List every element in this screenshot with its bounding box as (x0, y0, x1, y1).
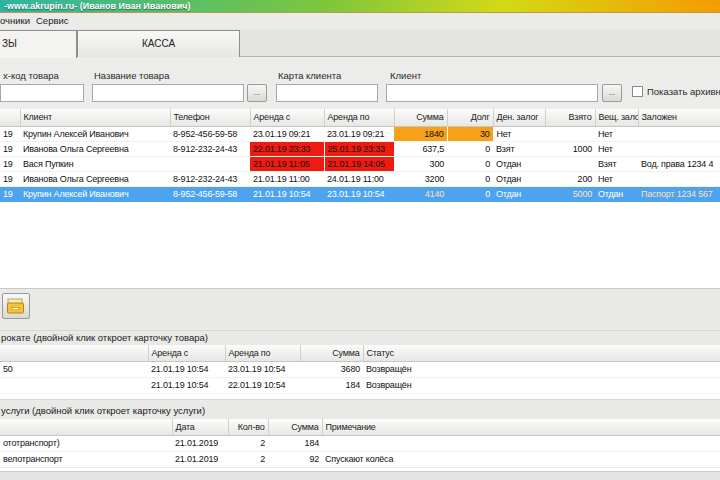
cell (322, 435, 720, 451)
return-item-button[interactable] (2, 293, 30, 319)
cell (545, 126, 595, 141)
menu-item-spravochniki[interactable]: очники (0, 15, 30, 26)
contracts-table-area: КлиентТелефонАренда сАренда поСуммаДолгД… (0, 109, 720, 288)
column-header[interactable]: Заложен (638, 109, 720, 126)
cell: Отдан (493, 156, 545, 171)
cell: Возвращён (363, 361, 720, 377)
column-header[interactable]: Дата (172, 419, 228, 435)
cell: 3680 (300, 361, 363, 377)
cell: 21.01.19 10:54 (148, 377, 225, 393)
column-header[interactable] (0, 419, 172, 435)
column-header[interactable]: Клиент (20, 109, 170, 126)
barcode-filter-input[interactable] (0, 84, 84, 102)
table-row[interactable]: 5021.01.19 10:5423.01.19 10:543680Возвра… (0, 361, 720, 377)
cell: 2 (228, 451, 268, 467)
column-header[interactable]: Сумма (300, 345, 363, 361)
product-filter-input[interactable] (92, 84, 244, 102)
cell: 1000 (545, 141, 595, 156)
app-window: -www.akrupin.ru- (Иванов Иван Иванович) … (0, 0, 720, 480)
cell: Нет (595, 171, 638, 186)
cell: 92 (268, 451, 322, 467)
card-filter-input[interactable] (276, 84, 378, 102)
cell: 30 (447, 126, 493, 141)
cell: 19 (0, 171, 20, 186)
table-row[interactable]: ототранспорт)21.01.20192184 (0, 435, 720, 451)
cell: 200 (545, 171, 595, 186)
cell: Крупин Алексей Иванович (20, 186, 170, 201)
table-row[interactable]: 21.01.19 10:5422.01.19 10:54184Возвращён (0, 377, 720, 393)
window-title: -www.akrupin.ru- (Иванов Иван Иванович) (4, 1, 190, 11)
table-row[interactable]: велотранспорт21.01.2019292Спускают колёс… (0, 451, 720, 467)
column-header[interactable]: Телефон (170, 109, 250, 126)
checkbox-icon (632, 86, 643, 97)
column-header[interactable]: Примечание (322, 419, 720, 435)
cell (638, 141, 720, 156)
column-header[interactable] (0, 345, 148, 361)
column-header[interactable]: Аренда по (225, 345, 300, 361)
cell: 50 (0, 361, 148, 377)
show-archive-checkbox[interactable]: Показать архивные (632, 86, 720, 97)
client-browse-button[interactable]: ... (602, 84, 622, 102)
cell: 22.01.19 23:33 (250, 141, 324, 156)
show-archive-label: Показать архивные (647, 86, 720, 97)
cell (545, 156, 595, 171)
barcode-filter-label: х-код товара (3, 70, 59, 81)
table-row[interactable]: 19Крупин Алексей Иванович8-952-456-59-58… (0, 186, 720, 201)
rented-items-table-area: Аренда сАренда поСуммаСтатус 5021.01.19 … (0, 345, 720, 399)
column-header[interactable]: Взято (545, 109, 595, 126)
cell: 8-952-456-59-58 (170, 126, 250, 141)
cell: Отдан (493, 186, 545, 201)
cell: 8-912-232-24-43 (170, 141, 250, 156)
column-header[interactable]: Сумма (394, 109, 447, 126)
table-row[interactable]: 19Крупин Алексей Иванович8-952-456-59-58… (0, 126, 720, 141)
cell: Взят (493, 141, 545, 156)
cell: Возвращён (363, 377, 720, 393)
client-filter-input[interactable] (386, 84, 598, 102)
services-table-area: ДатаКол-воСуммаПримечание ототранспорт)2… (0, 419, 720, 471)
column-header[interactable]: Кол-во (228, 419, 268, 435)
table-row[interactable]: 19Иванова Ольга Сергеевна8-912-232-24-43… (0, 141, 720, 156)
cell: 21.01.19 11:05 (250, 156, 324, 171)
tab-orders[interactable]: ЗЫ (0, 30, 77, 58)
column-header[interactable] (0, 109, 20, 126)
contracts-table: КлиентТелефонАренда сАренда поСуммаДолгД… (0, 109, 720, 202)
product-browse-button[interactable]: ... (247, 84, 267, 102)
cell: 184 (268, 435, 322, 451)
window-titlebar[interactable]: -www.akrupin.ru- (Иванов Иван Иванович) (0, 0, 720, 13)
cell: 637,5 (394, 141, 447, 156)
cell: 22.01.19 10:54 (225, 377, 300, 393)
column-header[interactable]: Аренда с (250, 109, 324, 126)
cell: 19 (0, 186, 20, 201)
column-header[interactable]: Ден. залог (493, 109, 545, 126)
tab-cashbox[interactable]: КАССА (77, 30, 240, 57)
column-header[interactable]: Статус (363, 345, 720, 361)
card-filter-label: Карта клиента (278, 70, 341, 81)
column-header[interactable]: Вещ. залог (595, 109, 638, 126)
cell: Паспорт 1234 567 (638, 186, 720, 201)
cell: Нет (595, 126, 638, 141)
cell: 21.01.2019 (172, 435, 228, 451)
cell: Вод. права 1234 4 (638, 156, 720, 171)
column-header[interactable]: Долг (447, 109, 493, 126)
cell: 21.01.19 14:05 (324, 156, 394, 171)
cell: 23.01.19 09:21 (324, 126, 394, 141)
table-row[interactable]: 19Иванова Ольга Сергеевна8-912-232-24-43… (0, 171, 720, 186)
cell: 0 (447, 156, 493, 171)
table-row[interactable]: 19Вася Пупкин21.01.19 11:0521.01.19 14:0… (0, 156, 720, 171)
cell: 24.01.19 11:00 (324, 171, 394, 186)
cell: Иванова Ольга Сергеевна (20, 141, 170, 156)
cell: 4140 (394, 186, 447, 201)
cell (638, 126, 720, 141)
column-header[interactable]: Аренда с (148, 345, 225, 361)
menu-item-servis[interactable]: Сервис (36, 15, 69, 26)
services-section-title: услуги (двойной клик откроет карточку ус… (1, 405, 205, 416)
cell: Вася Пупкин (20, 156, 170, 171)
tab-cashbox-label: КАССА (78, 38, 239, 49)
cell (638, 171, 720, 186)
contracts-header-row: КлиентТелефонАренда сАренда поСуммаДолгД… (0, 109, 720, 126)
column-header[interactable]: Сумма (268, 419, 322, 435)
bottom-strip (0, 471, 720, 480)
column-header[interactable]: Аренда по (324, 109, 394, 126)
cell: 184 (300, 377, 363, 393)
section-divider (0, 330, 720, 331)
